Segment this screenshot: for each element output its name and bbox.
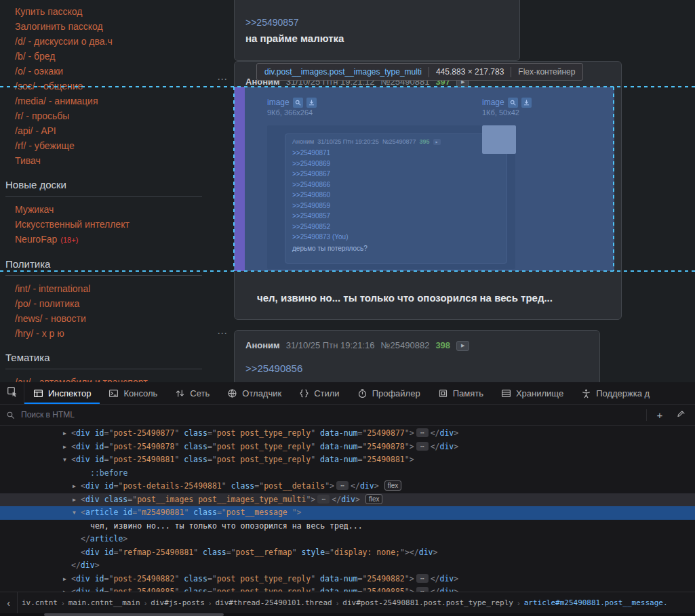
markup-row[interactable]: ▶<div id="post-25490877" class="post pos… — [0, 427, 695, 440]
sidebar-link[interactable]: /rf/ - убежище — [15, 138, 212, 153]
tab-network[interactable]: Сеть — [166, 382, 218, 404]
breadcrumb-scroll-left-button[interactable]: ‹ — [0, 592, 18, 613]
tag-name: div — [76, 455, 90, 464]
post-number-link[interactable]: №25490882 — [381, 340, 430, 351]
zoom-image-button[interactable] — [508, 98, 518, 108]
search-input[interactable] — [20, 409, 641, 420]
reply-link[interactable]: >>25490856 — [245, 363, 589, 374]
sidebar-link[interactable]: /media/ - анимация — [15, 94, 212, 108]
collapsed-content-ellipsis[interactable]: ⋯ — [336, 481, 349, 490]
download-image-button[interactable] — [521, 98, 532, 108]
eyedropper-button[interactable] — [673, 407, 689, 423]
sidebar-link[interactable]: /au/ - автомобили и транспорт — [15, 375, 212, 382]
tab-profiler[interactable]: Профайлер — [349, 382, 429, 404]
node-picker-button[interactable] — [0, 382, 24, 404]
image-link[interactable]: image — [267, 98, 290, 107]
syntax: =" — [104, 455, 114, 464]
sidebar-link[interactable]: /int/ - international — [15, 281, 212, 296]
sidebar-link[interactable]: /hry/ - х р ю — [15, 326, 212, 341]
sidebar-link[interactable]: /o/ - оэкаки — [15, 64, 212, 79]
memory-icon — [438, 388, 448, 398]
markup-row[interactable]: ▼<div id="post-25490881" class="post pos… — [0, 453, 695, 467]
reply-link[interactable]: >>25490857 — [245, 17, 509, 28]
reply-link: >>25490869 — [292, 159, 500, 169]
markup-row[interactable]: ▶<div id="post-25490882" class="post pos… — [0, 573, 695, 586]
tab-styles[interactable]: Стили — [290, 382, 348, 404]
breadcrumb-item[interactable]: div#thread-25490101.thread — [211, 598, 336, 607]
syntax: =" — [104, 428, 114, 438]
attribute-value: post-25490882 — [113, 574, 174, 583]
flex-badge[interactable]: flex — [365, 494, 383, 504]
expand-arrow-icon[interactable]: ▶ — [73, 493, 81, 507]
sidebar-link[interactable]: Купить пасскод — [15, 4, 212, 19]
collapsed-content-ellipsis[interactable]: ⋯ — [416, 428, 429, 437]
breadcrumb-item[interactable]: div#js-posts — [146, 598, 208, 607]
sidebar-link[interactable]: /po/ - политика — [15, 296, 212, 311]
syntax: " — [222, 481, 226, 491]
image-thumbnail-small[interactable] — [482, 125, 516, 154]
sidebar-link[interactable]: NeuroFap (18+) — [15, 232, 212, 247]
sidebar-link[interactable]: /b/ - бред — [15, 49, 212, 64]
expand-arrow-icon[interactable]: ▶ — [63, 440, 71, 454]
attribute-value: post__details — [264, 481, 325, 491]
expand-arrow-icon[interactable]: ▶ — [73, 480, 81, 493]
expand-arrow-icon[interactable]: ▶ — [63, 427, 71, 440]
breadcrumb-item[interactable]: div#post-25490881.post.post_type_reply — [338, 598, 517, 607]
divider — [511, 67, 511, 77]
sidebar-link[interactable]: /d/ - дискуссии о два.ч — [15, 34, 212, 49]
breadcrumb-item[interactable]: main.cntnt__main — [64, 598, 144, 607]
markup-row[interactable]: чел, извино но... ты только что опозорил… — [0, 520, 695, 533]
syntax: =" — [358, 587, 368, 592]
storage-icon — [501, 388, 511, 398]
collapsed-content-ellipsis[interactable]: ⋯ — [317, 495, 330, 504]
markup-row[interactable]: ▶<div class="post__images post__images_t… — [0, 493, 695, 507]
markup-row[interactable]: ::before — [0, 467, 695, 480]
expand-arrow-icon[interactable]: ▼ — [73, 506, 81, 520]
collapsed-content-ellipsis[interactable]: ⋯ — [416, 587, 429, 592]
tab-accessibility[interactable]: Поддержка д — [572, 382, 658, 404]
markup-row[interactable]: ▶<div id="post-25490878" class="post pos… — [0, 440, 695, 454]
expand-arrow-icon[interactable]: ▶ — [63, 586, 71, 592]
markup-row[interactable]: ▼<article id="m25490881" class="post__me… — [0, 506, 695, 520]
breadcrumb-item[interactable]: iv.cntnt — [18, 598, 62, 607]
post-menu-button[interactable]: ⋯ — [217, 327, 228, 340]
collapsed-content-ellipsis[interactable]: ⋯ — [416, 442, 429, 451]
zoom-image-button[interactable] — [293, 98, 303, 108]
scrollbar-thumb[interactable] — [44, 613, 224, 616]
tab-storage[interactable]: Хранилище — [492, 382, 572, 404]
tab-debugger[interactable]: Отладчик — [218, 382, 290, 404]
markup-row[interactable]: <div id="refmap-25490881" class="post__r… — [0, 546, 695, 560]
syntax: =" — [207, 455, 217, 464]
sidebar-link[interactable]: /api/ - API — [15, 123, 212, 138]
markup-row[interactable]: ▶<div id="post-details-25490881" class="… — [0, 480, 695, 493]
image-link[interactable]: image — [482, 98, 504, 107]
markup-row[interactable]: </article> — [0, 533, 695, 546]
collapsed-content-ellipsis[interactable]: ⋯ — [416, 574, 429, 583]
sidebar-link[interactable]: Мужикач — [15, 202, 212, 217]
tag-name: div — [440, 574, 454, 583]
markup-row[interactable]: </div> — [0, 559, 695, 573]
add-node-button[interactable]: + — [652, 407, 668, 423]
post-menu-button[interactable]: ⋯ — [217, 73, 228, 85]
screen: Купить пасскодЗалогинить пасскод/d/ - ди… — [0, 0, 695, 616]
play-button[interactable]: ▶ — [456, 341, 469, 351]
expand-arrow-icon[interactable]: ▼ — [63, 453, 71, 467]
attribute-value: 25490882 — [367, 574, 404, 583]
breadcrumb-item[interactable]: article#m25490881.post__message. — [520, 598, 672, 607]
divider — [429, 67, 429, 77]
markup-row[interactable]: ▶<div id="post-25490885" class="post pos… — [0, 586, 695, 592]
flex-badge[interactable]: flex — [384, 480, 402, 491]
sidebar-link[interactable]: /r/ - просьбы — [15, 108, 212, 123]
image-thumbnail-large[interactable]: Аноним 31/10/25 Птн 19:20:25 №25490877 3… — [267, 125, 515, 269]
tab-console[interactable]: Консоль — [100, 382, 166, 404]
sidebar-link[interactable]: /news/ - новости — [15, 311, 212, 326]
syntax: =" — [104, 574, 114, 583]
syntax — [90, 428, 95, 438]
sidebar-link[interactable]: Тивач — [15, 153, 212, 168]
expand-arrow-icon[interactable]: ▶ — [63, 573, 71, 586]
sidebar-link[interactable]: Искусственный интеллект — [15, 217, 212, 232]
tab-inspector[interactable]: Инспектор — [24, 382, 100, 404]
download-image-button[interactable] — [306, 98, 317, 108]
sidebar-link[interactable]: Залогинить пасскод — [15, 19, 212, 34]
tab-memory[interactable]: Память — [429, 382, 492, 404]
